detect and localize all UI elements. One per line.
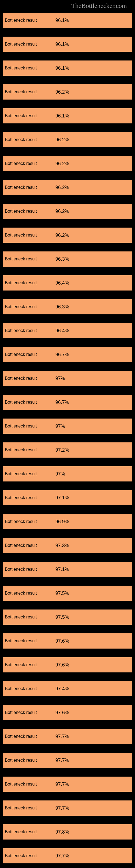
result-label: Bottleneck result: [3, 400, 55, 405]
result-row: Bottleneck result97.6%: [3, 657, 132, 673]
result-value: 97.6%: [55, 638, 69, 644]
result-value: 96.2%: [55, 161, 69, 166]
result-row: Bottleneck result97%: [3, 466, 132, 482]
result-value: 96.2%: [55, 209, 69, 214]
result-value: 96.1%: [55, 65, 69, 71]
result-value: 96.7%: [55, 400, 69, 405]
result-value: 97.6%: [55, 662, 69, 668]
result-label: Bottleneck result: [3, 424, 55, 429]
result-label: Bottleneck result: [3, 591, 55, 596]
result-row: Bottleneck result96.1%: [3, 13, 132, 28]
result-label: Bottleneck result: [3, 376, 55, 381]
result-value: 96.9%: [55, 519, 69, 525]
result-value: 97%: [55, 424, 65, 429]
result-value: 97.7%: [55, 781, 69, 787]
result-value: 97.7%: [55, 853, 69, 859]
result-label: Bottleneck result: [3, 447, 55, 453]
result-row: Bottleneck result96.1%: [3, 108, 132, 123]
result-label: Bottleneck result: [3, 782, 55, 786]
result-label: Bottleneck result: [3, 113, 55, 118]
result-label: Bottleneck result: [3, 161, 55, 166]
result-row: Bottleneck result97.7%: [3, 753, 132, 768]
result-value: 96.1%: [55, 18, 69, 23]
results-list: Bottleneck result96.1%Bottleneck result9…: [3, 13, 132, 868]
result-row: Bottleneck result96.1%: [3, 37, 132, 52]
result-label: Bottleneck result: [3, 304, 55, 309]
result-label: Bottleneck result: [3, 209, 55, 214]
result-label: Bottleneck result: [3, 710, 55, 715]
result-row: Bottleneck result96.2%: [3, 204, 132, 219]
brand-header: TheBottlenecker.com: [3, 0, 132, 13]
result-value: 97.2%: [55, 447, 69, 453]
result-label: Bottleneck result: [3, 758, 55, 763]
result-row: Bottleneck result97%: [3, 418, 132, 434]
result-row: Bottleneck result96.7%: [3, 395, 132, 410]
result-label: Bottleneck result: [3, 567, 55, 572]
result-row: Bottleneck result97.7%: [3, 777, 132, 792]
result-label: Bottleneck result: [3, 185, 55, 190]
result-row: Bottleneck result96.3%: [3, 251, 132, 267]
result-value: 97%: [55, 376, 65, 381]
result-label: Bottleneck result: [3, 280, 55, 285]
result-row: Bottleneck result97.1%: [3, 490, 132, 505]
result-label: Bottleneck result: [3, 90, 55, 94]
result-value: 97.7%: [55, 805, 69, 811]
result-label: Bottleneck result: [3, 352, 55, 357]
result-row: Bottleneck result96.4%: [3, 275, 132, 290]
result-value: 96.2%: [55, 89, 69, 95]
result-value: 97.4%: [55, 686, 69, 692]
result-row: Bottleneck result97.3%: [3, 538, 132, 553]
result-label: Bottleneck result: [3, 257, 55, 261]
result-row: Bottleneck result96.1%: [3, 61, 132, 76]
result-value: 97.6%: [55, 710, 69, 716]
result-row: Bottleneck result97.7%: [3, 848, 132, 863]
result-row: Bottleneck result96.3%: [3, 299, 132, 314]
result-value: 96.7%: [55, 352, 69, 358]
result-row: Bottleneck result96.2%: [3, 156, 132, 171]
result-row: Bottleneck result97.5%: [3, 586, 132, 601]
result-row: Bottleneck result96.2%: [3, 132, 132, 147]
result-label: Bottleneck result: [3, 543, 55, 548]
result-label: Bottleneck result: [3, 615, 55, 620]
result-label: Bottleneck result: [3, 519, 55, 524]
result-value: 97%: [55, 471, 65, 477]
result-label: Bottleneck result: [3, 471, 55, 476]
result-label: Bottleneck result: [3, 18, 55, 23]
result-label: Bottleneck result: [3, 662, 55, 667]
result-value: 96.3%: [55, 304, 69, 310]
result-row: Bottleneck result97.5%: [3, 610, 132, 625]
result-row: Bottleneck result96.9%: [3, 514, 132, 529]
result-row: Bottleneck result97.8%: [3, 824, 132, 839]
result-label: Bottleneck result: [3, 734, 55, 739]
result-row: Bottleneck result97.7%: [3, 801, 132, 816]
result-label: Bottleneck result: [3, 233, 55, 238]
result-label: Bottleneck result: [3, 328, 55, 333]
result-row: Bottleneck result97.1%: [3, 562, 132, 577]
result-value: 96.3%: [55, 256, 69, 262]
result-value: 97.7%: [55, 734, 69, 739]
result-label: Bottleneck result: [3, 42, 55, 46]
result-row: Bottleneck result97.2%: [3, 442, 132, 458]
result-value: 97.7%: [55, 757, 69, 763]
result-value: 97.8%: [55, 829, 69, 835]
result-value: 97.3%: [55, 543, 69, 549]
result-value: 96.1%: [55, 41, 69, 47]
result-label: Bottleneck result: [3, 137, 55, 142]
result-value: 96.2%: [55, 232, 69, 238]
result-label: Bottleneck result: [3, 686, 55, 691]
result-row: Bottleneck result96.2%: [3, 180, 132, 195]
result-value: 97.5%: [55, 590, 69, 596]
result-label: Bottleneck result: [3, 495, 55, 500]
result-value: 96.1%: [55, 113, 69, 119]
result-row: Bottleneck result97.6%: [3, 705, 132, 720]
result-label: Bottleneck result: [3, 806, 55, 810]
result-row: Bottleneck result96.4%: [3, 323, 132, 338]
result-label: Bottleneck result: [3, 830, 55, 834]
result-value: 96.4%: [55, 280, 69, 286]
result-label: Bottleneck result: [3, 854, 55, 858]
result-row: Bottleneck result96.2%: [3, 84, 132, 99]
result-value: 96.2%: [55, 185, 69, 190]
result-label: Bottleneck result: [3, 639, 55, 643]
result-row: Bottleneck result97.4%: [3, 681, 132, 696]
result-value: 97.1%: [55, 567, 69, 572]
